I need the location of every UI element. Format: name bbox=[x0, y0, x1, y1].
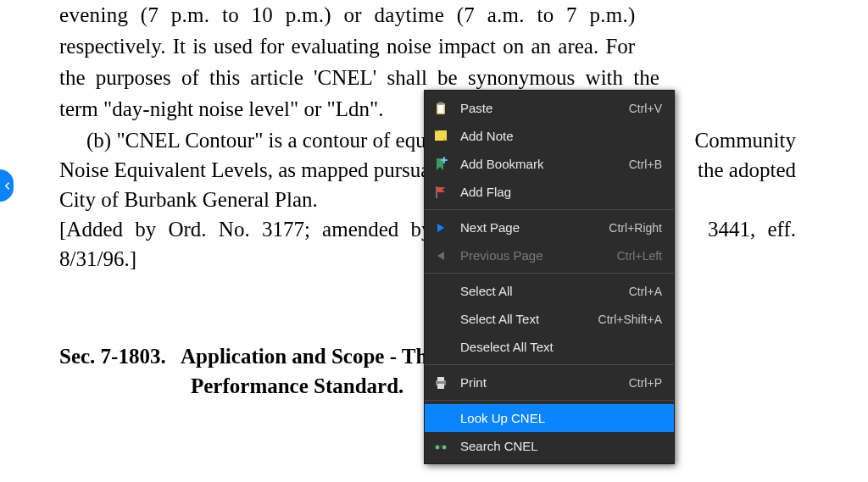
body-text: Noise Equivalent Levels, as mapped pursu… bbox=[59, 155, 469, 185]
flag-icon bbox=[431, 183, 450, 202]
menu-item-print[interactable]: Print Ctrl+P bbox=[425, 368, 674, 396]
menu-shortcut: Ctrl+P bbox=[629, 376, 662, 390]
menu-item-look-up[interactable]: Look Up CNEL bbox=[425, 404, 674, 432]
blank-icon bbox=[431, 409, 450, 428]
svg-rect-6 bbox=[437, 377, 444, 381]
svg-point-11 bbox=[436, 445, 440, 449]
body-text: City of Burbank General Plan. bbox=[59, 188, 318, 211]
bookmark-icon bbox=[431, 155, 450, 174]
menu-shortcut: Ctrl+A bbox=[629, 285, 662, 298]
clipboard-icon bbox=[431, 99, 450, 118]
body-text: evening (7 p.m. to 10 p.m.) or daytime (… bbox=[59, 3, 636, 26]
previous-icon bbox=[431, 247, 450, 265]
menu-label: Look Up CNEL bbox=[460, 411, 662, 425]
menu-item-select-all-text[interactable]: Select All Text Ctrl+Shift+A bbox=[425, 305, 674, 333]
next-icon bbox=[431, 219, 450, 237]
svg-point-8 bbox=[443, 381, 445, 383]
menu-separator bbox=[425, 364, 674, 365]
menu-item-add-note[interactable]: Add Note bbox=[425, 122, 674, 150]
menu-label: Select All bbox=[460, 284, 629, 298]
body-text: Community bbox=[695, 125, 796, 155]
svg-rect-1 bbox=[438, 102, 443, 104]
menu-item-next-page[interactable]: Next Page Ctrl+Right bbox=[425, 213, 674, 241]
menu-item-select-all[interactable]: Select All Ctrl+A bbox=[425, 277, 674, 305]
menu-shortcut: Ctrl+Right bbox=[609, 221, 662, 235]
menu-separator bbox=[425, 400, 674, 401]
menu-separator bbox=[425, 273, 674, 274]
menu-shortcut: Ctrl+V bbox=[629, 102, 662, 115]
paragraph-line: respectively. It is used for evaluating … bbox=[59, 31, 796, 61]
menu-label: Add Note bbox=[460, 129, 662, 143]
menu-shortcut: Ctrl+B bbox=[629, 158, 662, 171]
chevron-left-icon bbox=[3, 182, 11, 190]
menu-item-previous-page: Previous Page Ctrl+Left bbox=[425, 241, 674, 269]
selected-text[interactable]: CNEL bbox=[318, 66, 373, 89]
menu-shortcut: Ctrl+Shift+A bbox=[598, 313, 662, 326]
paragraph-line: the purposes of this article 'CNEL' shal… bbox=[59, 63, 796, 92]
menu-item-add-bookmark[interactable]: Add Bookmark Ctrl+B bbox=[425, 150, 674, 178]
blank-icon bbox=[431, 338, 450, 357]
body-text: the adopted bbox=[698, 155, 796, 185]
svg-point-12 bbox=[442, 445, 447, 449]
body-text: (b) "CNEL Contour" is a contour of equal bbox=[86, 129, 442, 152]
menu-label: Print bbox=[460, 375, 629, 390]
body-text: 3441, eff. bbox=[708, 214, 796, 244]
menu-item-add-flag[interactable]: Add Flag bbox=[425, 178, 674, 206]
menu-label: Search CNEL bbox=[460, 439, 662, 453]
blank-icon bbox=[431, 310, 450, 329]
svg-rect-7 bbox=[437, 384, 444, 389]
menu-label: Add Flag bbox=[460, 185, 662, 199]
body-text: ' shall be synonymous with the bbox=[373, 66, 659, 89]
menu-item-search[interactable]: Search CNEL bbox=[425, 432, 674, 460]
menu-separator bbox=[425, 209, 674, 210]
blank-icon bbox=[431, 282, 450, 301]
body-text: term "day-night noise level" or "Ldn". bbox=[59, 97, 383, 120]
menu-label: Select All Text bbox=[460, 312, 598, 326]
menu-item-paste[interactable]: Paste Ctrl+V bbox=[425, 94, 674, 122]
body-text: the purposes of this article ' bbox=[59, 66, 318, 89]
print-icon bbox=[431, 374, 450, 392]
binoculars-icon bbox=[431, 437, 450, 456]
paragraph: evening (7 p.m. to 10 p.m.) or daytime (… bbox=[59, 0, 796, 30]
note-icon bbox=[431, 127, 450, 146]
svg-rect-13 bbox=[439, 445, 442, 447]
menu-label: Previous Page bbox=[460, 248, 617, 263]
menu-label: Next Page bbox=[460, 220, 609, 235]
body-text: respectively. It is used for evaluating … bbox=[59, 35, 635, 58]
menu-label: Paste bbox=[460, 101, 629, 115]
section-number: Sec. 7-1803. bbox=[59, 345, 166, 368]
menu-label: Add Bookmark bbox=[460, 157, 629, 171]
svg-rect-2 bbox=[438, 105, 444, 114]
menu-item-deselect-all-text[interactable]: Deselect All Text bbox=[425, 333, 674, 361]
menu-label: Deselect All Text bbox=[460, 340, 662, 354]
context-menu: Paste Ctrl+V Add Note Add Bookmark Ctrl+… bbox=[424, 90, 675, 464]
menu-shortcut: Ctrl+Left bbox=[617, 249, 662, 263]
body-text: 8/31/96.] bbox=[59, 247, 136, 270]
